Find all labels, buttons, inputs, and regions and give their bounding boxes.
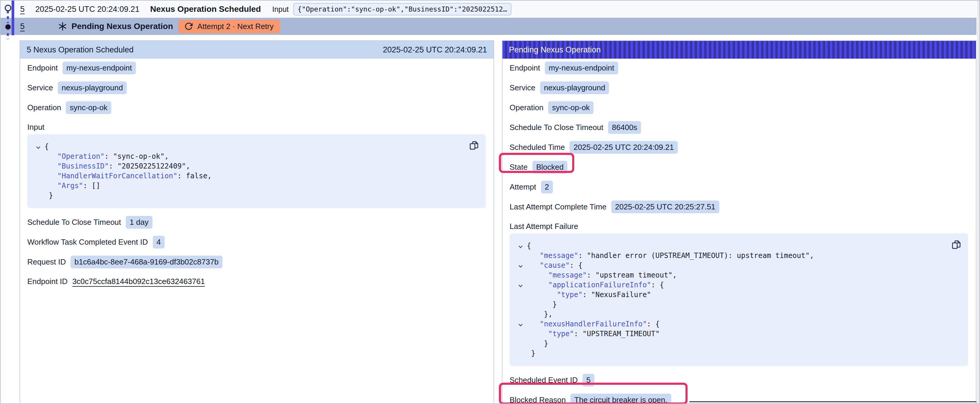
field-label: Schedule To Close Timeout (509, 123, 603, 132)
field-value-chip: sync-op-ok (66, 101, 111, 114)
field-blocked-reason: Blocked Reason The circuit breaker is op… (509, 394, 968, 404)
event-title: Pending Nexus Operation (72, 22, 173, 31)
field-value-chip: b1c6a4bc-8ee7-468a-9169-df3b02c8737b (71, 256, 223, 268)
event-marker-open-icon[interactable] (5, 5, 11, 11)
input-section-label: Input (27, 121, 486, 133)
state-value-chip: Blocked (532, 161, 568, 174)
collapse-toggle[interactable] (514, 261, 527, 271)
field-label: Endpoint (509, 63, 540, 73)
event-marker-current-icon[interactable] (4, 23, 12, 31)
json-key: "message" (548, 271, 587, 280)
field-label: Schedule To Close Timeout (27, 218, 121, 227)
input-json-viewer: { "Operation": "sync-op-ok", "BusinessID… (27, 134, 486, 208)
json-line: { (514, 241, 959, 251)
chevron-down-icon (519, 264, 523, 268)
json-text: { (45, 142, 49, 152)
field-operation: Operation sync-op-ok (27, 101, 486, 114)
json-key: "applicationFailureInfo" (548, 280, 651, 290)
event-title: Nexus Operation Scheduled (150, 5, 261, 14)
pending-panel-header: Pending Nexus Operation (503, 41, 976, 59)
field-endpoint: Endpoint my-nexus-endpoint (27, 62, 486, 74)
chevron-down-icon (36, 145, 40, 149)
field-label: Endpoint ID (27, 277, 68, 286)
blocked-reason-chip: The circuit breaker is open. (570, 394, 671, 404)
event-history: 5 2025-02-25 UTC 20:24:09.21 Nexus Opera… (1, 1, 979, 35)
last-attempt-failure-label: Last Attempt Failure (509, 220, 968, 232)
field-endpoint: Endpoint my-nexus-endpoint (509, 62, 968, 74)
json-line: } (32, 191, 477, 201)
copy-button[interactable] (469, 140, 479, 151)
json-line: } (514, 349, 959, 358)
scheduled-panel-body: Endpoint my-nexus-endpoint Service nexus… (20, 59, 493, 287)
panel-timestamp: 2025-02-25 UTC 20:24:09.21 (383, 45, 487, 54)
field-value-chip: 2025-02-25 UTC 20:24:09.21 (570, 141, 678, 154)
field-attempt: Attempt 2 (509, 181, 968, 193)
field-label: Request ID (27, 257, 66, 266)
input-preview-pill[interactable]: {"Operation":"sync-op-ok","BusinessID":"… (293, 3, 511, 16)
field-value-chip: nexus-playground (58, 81, 127, 94)
workflow-event-history-screen: 5 2025-02-25 UTC 20:24:09.21 Nexus Opera… (0, 0, 980, 404)
copy-icon (469, 140, 479, 151)
json-line: "Args": [] (32, 181, 477, 191)
copy-button[interactable] (951, 239, 962, 250)
collapse-toggle[interactable] (514, 319, 527, 329)
field-value-chip: 2025-02-25 UTC 20:25:27.51 (611, 201, 719, 213)
json-key: "nexusHandlerFailureInfo" (539, 319, 647, 329)
json-line: }, (514, 309, 959, 319)
json-line: "message": "upstream timeout", (514, 271, 959, 280)
active-event-indicator-bar (11, 1, 14, 35)
json-line: "BusinessID": "20250225122409", (32, 162, 477, 171)
failure-json-viewer: { "message": "handler error (UPSTREAM_TI… (509, 233, 968, 366)
rotate-cw-icon (184, 22, 193, 31)
event-id-link[interactable]: 5 (20, 5, 25, 14)
field-scheduled-event-id: Scheduled Event ID 5 (509, 374, 968, 387)
pending-panel-body: Endpoint my-nexus-endpoint Service nexus… (503, 59, 976, 404)
json-line: "Operation": "sync-op-ok", (32, 152, 477, 162)
scheduled-event-panel: 5 Nexus Operation Scheduled 2025-02-25 U… (19, 40, 494, 404)
field-schedule-to-close-timeout: Schedule To Close Timeout 86400s (509, 121, 968, 134)
field-label: Scheduled Event ID (509, 375, 578, 385)
chevron-down-icon (519, 244, 523, 248)
scrollbar-track[interactable] (977, 1, 979, 403)
field-label: Blocked Reason (509, 395, 566, 404)
field-label: Operation (509, 103, 543, 112)
json-line: } (514, 339, 959, 349)
scheduled-panel-header: 5 Nexus Operation Scheduled 2025-02-25 U… (20, 41, 493, 59)
json-key: "cause" (539, 261, 570, 271)
field-label: Scheduled Time (509, 143, 565, 152)
field-service: Service nexus-playground (27, 81, 486, 94)
json-key: "HandlerWaitForCancellation" (57, 171, 177, 181)
field-label: Operation (27, 103, 61, 112)
json-key: "type" (557, 290, 582, 300)
panel-title: Pending Nexus Operation (509, 45, 601, 54)
chevron-down-icon (519, 283, 523, 287)
json-key: "BusinessID" (57, 162, 108, 171)
field-value-chip: sync-op-ok (548, 101, 593, 114)
json-line: } (514, 300, 959, 309)
json-key: "message" (539, 251, 578, 261)
retry-badge-label: Attempt 2 · Next Retry (197, 22, 274, 31)
event-id-link[interactable]: 5 (20, 22, 25, 31)
json-key: "Args" (57, 181, 83, 191)
event-row-pending-selected[interactable]: 5 Pending Nexus Operation Attempt 2 · Ne… (1, 18, 979, 35)
json-line: "cause": { (514, 261, 959, 271)
field-label: Attempt (509, 182, 536, 192)
json-line: "message": "handler error (UPSTREAM_TIME… (514, 251, 959, 261)
chevron-down-icon (519, 322, 523, 326)
json-line: "type": "UPSTREAM_TIMEOUT" (514, 329, 959, 339)
input-label: Input (272, 5, 289, 14)
field-label: Last Attempt Complete Time (509, 202, 606, 211)
field-schedule-to-close-timeout: Schedule To Close Timeout 1 day (27, 216, 486, 229)
event-row-scheduled[interactable]: 5 2025-02-25 UTC 20:24:09.21 Nexus Opera… (1, 1, 979, 18)
collapse-toggle[interactable] (514, 280, 527, 290)
field-label: Service (509, 83, 535, 92)
field-workflow-task-completed-event-id: Workflow Task Completed Event ID 4 (27, 236, 486, 249)
collapse-toggle[interactable] (32, 142, 45, 152)
endpoint-id-link[interactable]: 3c0c75ccfa8144b092c13ce632463761 (72, 277, 205, 286)
field-value-chip: 2 (541, 181, 553, 193)
collapse-toggle[interactable] (514, 241, 527, 251)
field-value-chip: 4 (153, 236, 165, 249)
panel-bottom-border-line (689, 401, 977, 402)
detail-panels: 5 Nexus Operation Scheduled 2025-02-25 U… (1, 35, 979, 404)
field-label: Workflow Task Completed Event ID (27, 238, 148, 247)
